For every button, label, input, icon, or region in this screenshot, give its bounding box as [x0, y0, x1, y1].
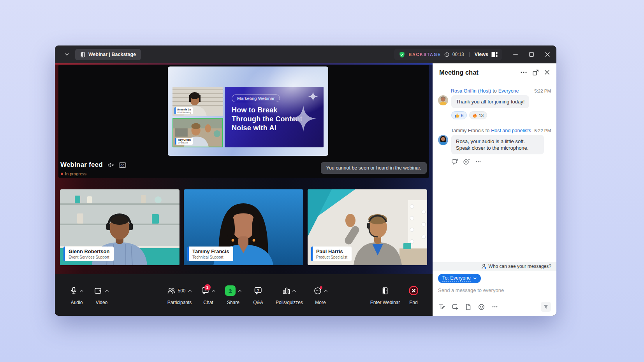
avatar-tammy: [438, 135, 448, 145]
chat-badge: 1: [204, 284, 211, 290]
message-bubble: Rosa, your audio is a little soft. Speak…: [451, 135, 544, 154]
share-icon: [225, 285, 236, 296]
reaction-fire[interactable]: 13: [469, 111, 487, 119]
more-button[interactable]: More: [308, 285, 333, 305]
message-composer: To: Everyone: [433, 271, 556, 316]
end-button[interactable]: End: [404, 285, 423, 305]
audio-button[interactable]: Audio: [64, 285, 89, 305]
chat-more-options-icon[interactable]: [520, 68, 528, 76]
svg-text:?: ?: [257, 288, 259, 292]
share-button[interactable]: Share: [221, 285, 246, 305]
chevron-up-icon[interactable]: [80, 290, 83, 292]
attach-file-icon[interactable]: [465, 303, 472, 311]
thumbs-up-icon: [455, 113, 459, 118]
sender-name: Tammy Francis: [451, 128, 484, 133]
qa-button[interactable]: ? Q&A: [246, 285, 271, 305]
backstage-toast: You cannot be seen or heard in the webin…: [321, 162, 427, 174]
chevron-up-icon[interactable]: [105, 290, 109, 292]
tab-webinar-backstage[interactable]: Webinar | Backstage: [75, 49, 141, 60]
name-label: Glenn Robertson Event Services Support: [63, 247, 114, 261]
maximize-button[interactable]: [529, 52, 534, 57]
send-icon: [543, 304, 549, 310]
door-icon: [80, 52, 85, 58]
message-time: 5:22 PM: [534, 89, 551, 93]
recipient-name: Everyone: [498, 88, 519, 94]
chevron-up-icon[interactable]: [324, 290, 327, 292]
feed-title: Webinar feed: [60, 161, 103, 169]
enter-webinar-button[interactable]: Enter Webinar: [366, 285, 404, 305]
message-actions: [451, 158, 551, 165]
meeting-window: Webinar | Backstage BACKSTAGE 00:13 View…: [55, 45, 556, 316]
tab-label: Webinar | Backstage: [88, 52, 136, 57]
sender-name: Rosa Griffin (Host): [451, 88, 491, 94]
bar-chart-icon: [283, 287, 290, 294]
chat-message-input[interactable]: [438, 287, 551, 293]
closed-captions-icon[interactable]: CC: [119, 162, 126, 168]
who-can-see-bar[interactable]: Who can see your messages?: [433, 262, 556, 271]
reaction-thumbs-up[interactable]: 6: [451, 111, 467, 119]
message-time: 5:22 PM: [534, 128, 551, 133]
name-label: Tammy Francis Technical Support: [187, 247, 233, 261]
recipient-selector[interactable]: To: Everyone: [438, 274, 481, 283]
video-tile-glenn: Glenn Robertson Event Services Support: [60, 189, 179, 265]
chat-message-list: Rosa Griffin (Host) to Everyone 5:22 PM …: [433, 81, 556, 262]
participants-icon: [167, 287, 175, 294]
chevron-up-icon[interactable]: [188, 290, 192, 292]
name-label: Paul Harris Product Specialist: [311, 247, 352, 261]
chat-message: Thank you all for joining today!: [438, 95, 551, 108]
video-tile-tammy: Tammy Francis Technical Support: [184, 189, 303, 265]
chevron-up-icon[interactable]: [238, 290, 241, 292]
add-reaction-icon[interactable]: [463, 158, 470, 165]
camera-icon: [95, 288, 103, 294]
message-more-icon[interactable]: [475, 158, 482, 165]
sparkle-icon: [290, 105, 317, 132]
person-icon: [481, 264, 487, 269]
close-button[interactable]: [545, 52, 550, 57]
speaker-label: Roy Green VP of Sales: [175, 138, 193, 145]
chat-button[interactable]: 1 Chat: [196, 285, 221, 305]
chat-message: Rosa, your audio is a little soft. Speak…: [438, 135, 551, 154]
window-chevron-down-icon[interactable]: [63, 51, 70, 58]
participants-count: 500: [178, 288, 185, 294]
shield-check-icon: [399, 51, 405, 58]
end-octagon-icon: [409, 286, 419, 296]
text-format-icon[interactable]: [438, 303, 445, 311]
webinar-feed-stage: Amanda Lu VP of Marketing: [58, 65, 429, 178]
backstage-badge: BACKSTAGE: [408, 52, 441, 57]
video-button[interactable]: Video: [89, 285, 114, 305]
video-tile-paul: Paul Harris Product Specialist: [308, 189, 427, 265]
speaker-label: Amanda Lu VP of Marketing: [174, 107, 193, 114]
participants-button[interactable]: 500 Participants: [163, 285, 196, 305]
sparkle-icon: [308, 91, 318, 101]
meeting-timer: 00:13: [452, 52, 464, 57]
status-dot: [61, 173, 63, 175]
quote-reply-icon[interactable]: [451, 158, 458, 165]
layout-views-icon[interactable]: [491, 52, 498, 57]
control-bar: Audio Video 500 Participants: [55, 274, 433, 316]
svg-text:CC: CC: [120, 164, 124, 166]
recipient-name: Host and panelists: [491, 128, 531, 133]
composer-more-icon[interactable]: [491, 303, 498, 311]
chevron-up-icon[interactable]: [292, 290, 296, 292]
message-bubble: Thank you all for joining today!: [451, 95, 529, 108]
speaker-muted-icon[interactable]: [107, 162, 114, 168]
message-header: Rosa Griffin (Host) to Everyone 5:22 PM: [438, 88, 551, 94]
chevron-up-icon[interactable]: [212, 290, 215, 292]
minimize-button[interactable]: [513, 52, 518, 57]
emoji-icon[interactable]: [478, 303, 485, 311]
avatar-rosa: [438, 95, 448, 105]
microphone-icon: [70, 287, 77, 294]
close-panel-icon[interactable]: [543, 68, 551, 76]
divider: [469, 52, 470, 57]
meeting-chat-panel: Meeting chat Rosa Griffin (Host) to Ever…: [433, 63, 556, 316]
panelist-tiles: Glenn Robertson Event Services Support: [60, 189, 427, 265]
message-header: Tammy Francis to Host and panelists 5:22…: [438, 128, 551, 133]
speaker-thumbnail-roy: Roy Green VP of Sales: [172, 118, 223, 147]
popout-panel-icon[interactable]: [531, 68, 539, 76]
views-label[interactable]: Views: [475, 52, 488, 57]
screen-capture-icon[interactable]: [451, 303, 459, 311]
session-status-pill: BACKSTAGE 00:13 Views: [394, 49, 502, 60]
send-button[interactable]: [541, 302, 551, 312]
polls-button[interactable]: Polls/quizzes: [271, 285, 308, 305]
slide-title-panel: Marketing Webinar How to Break Through t…: [225, 87, 324, 147]
